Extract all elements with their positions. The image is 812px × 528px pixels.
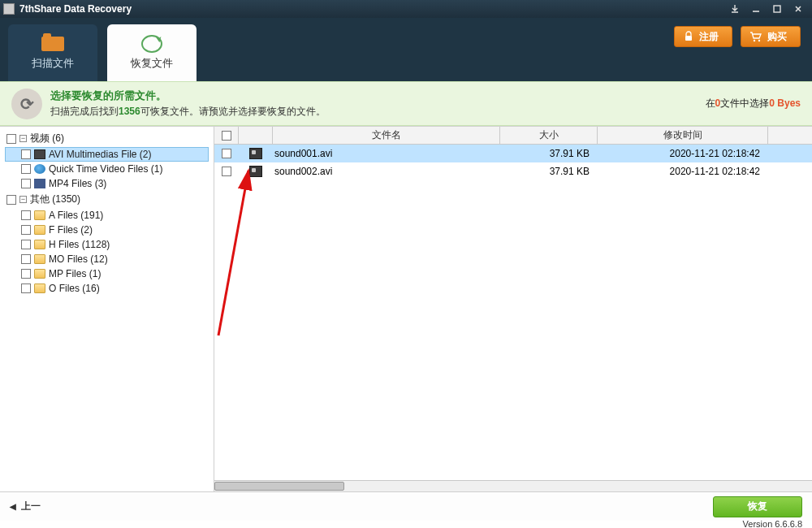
checkbox[interactable] [21,225,31,235]
checkbox[interactable] [222,167,231,176]
file-type-icon [34,164,45,174]
tree-group-other[interactable]: − 其他 (1350) [5,191,209,208]
video-file-icon [249,148,262,159]
version-label: Version 6.6.6.8 [0,519,812,526]
tree-label: 其他 (1350) [30,193,80,206]
folder-icon [34,225,45,235]
horizontal-scrollbar[interactable] [214,480,812,491]
tree-item[interactable]: MP Files (1) [5,266,209,281]
tree-item[interactable]: AVI Multimedias File (2) [5,147,209,162]
checkbox[interactable] [21,240,31,249]
file-row[interactable]: sound002.avi 37.91 KB 2020-11-21 02:18:4… [214,162,812,180]
app-icon [3,3,15,15]
recover-button[interactable]: 恢复 [713,496,802,517]
tab-recover-files[interactable]: 恢复文件 [107,24,197,81]
folder-icon [38,35,67,53]
tab-scan-files[interactable]: 扫描文件 [8,24,97,81]
buy-button[interactable]: 购买 [741,26,801,47]
tab-scan-label: 扫描文件 [32,56,74,71]
register-label: 注册 [699,30,719,44]
checkbox[interactable] [6,195,16,205]
folder-icon [34,240,45,249]
scan-complete-icon: ⟳ [11,89,42,119]
folder-icon [34,283,45,293]
file-list-panel: 文件名 大小 修改时间 sound001.avi 37.91 KB 2020-1… [214,127,812,491]
file-date: 2020-11-21 02:18:42 [598,148,768,159]
header-name[interactable]: 文件名 [273,127,500,144]
main-content: − 视频 (6) AVI Multimedias File (2) Quick … [0,126,812,491]
minimize-button[interactable] [745,2,767,16]
maximize-button[interactable] [767,2,788,16]
svg-rect-2 [685,36,692,41]
scrollbar-thumb[interactable] [214,482,344,491]
checkbox[interactable] [21,283,31,293]
tree-item[interactable]: H Files (1128) [5,237,209,252]
svg-rect-1 [774,6,780,12]
close-button[interactable] [788,2,809,16]
tree-item-label: Quick Time Video Files (1) [49,163,163,175]
found-count: 1356 [119,106,140,117]
banner-subtitle: 扫描完成后找到1356可恢复文件。请预览并选择要恢复的文件。 [50,105,698,119]
download-icon[interactable] [724,2,745,16]
checkbox[interactable] [21,164,31,174]
tree-item[interactable]: MO Files (12) [5,252,209,266]
window-buttons [724,2,809,16]
tree-label: 视频 (6) [30,132,64,145]
title-bar: 7thShare Data Recovery [0,0,812,18]
tree-item[interactable]: A Files (191) [5,208,209,223]
checkbox[interactable] [6,134,16,144]
header-date[interactable]: 修改时间 [598,127,768,144]
checkbox[interactable] [21,210,31,220]
tree-item[interactable]: MP4 Files (3) [5,176,209,191]
app-title: 7thShare Data Recovery [19,3,724,15]
svg-point-4 [758,40,760,41]
svg-point-3 [754,40,755,41]
folder-icon [34,269,45,279]
checkbox[interactable] [21,149,31,159]
checkbox[interactable] [21,254,31,264]
header-size[interactable]: 大小 [500,127,598,144]
file-list-body[interactable]: sound001.avi 37.91 KB 2020-11-21 02:18:4… [214,145,812,480]
file-type-icon [34,179,45,188]
cart-icon [749,31,762,42]
category-tree[interactable]: − 视频 (6) AVI Multimedias File (2) Quick … [0,127,214,491]
collapse-icon[interactable]: − [19,196,27,203]
back-button[interactable]: 上一 [10,500,41,513]
file-row[interactable]: sound001.avi 37.91 KB 2020-11-21 02:18:4… [214,145,812,162]
file-size: 37.91 KB [500,148,598,159]
tree-item-label: MP4 Files (3) [49,178,106,189]
file-date: 2020-11-21 02:18:42 [598,166,768,177]
buy-label: 购买 [767,30,787,44]
tree-item-label: MO Files (12) [49,253,108,265]
register-button[interactable]: 注册 [674,26,732,47]
checkbox[interactable] [21,269,31,279]
header-checkbox-col[interactable] [214,127,239,144]
folder-icon [34,210,45,220]
tree-item[interactable]: Quick Time Video Files (1) [5,162,209,176]
back-label: 上一 [21,500,41,513]
collapse-icon[interactable]: − [19,135,27,142]
recover-label: 恢复 [748,500,767,513]
tree-group-video[interactable]: − 视频 (6) [5,130,209,147]
banner-text: 选择要恢复的所需文件。 扫描完成后找到1356可恢复文件。请预览并选择要恢复的文… [50,89,698,119]
video-file-icon [249,166,262,177]
recover-icon [137,35,166,53]
tree-item-label: F Files (2) [49,224,93,236]
status-banner: ⟳ 选择要恢复的所需文件。 扫描完成后找到1356可恢复文件。请预览并选择要恢复… [0,81,812,126]
tab-recover-label: 恢复文件 [131,56,173,71]
tree-item-label: H Files (1128) [49,239,110,250]
file-size: 37.91 KB [500,166,598,177]
folder-icon [34,254,45,264]
tree-item-label: A Files (191) [49,210,103,221]
main-tabs: 扫描文件 恢复文件 [8,24,197,81]
selection-summary: 在0文件中选择0 Byes [706,97,801,110]
banner-title: 选择要恢复的所需文件。 [50,89,698,103]
tree-item[interactable]: F Files (2) [5,223,209,237]
tree-item[interactable]: O Files (16) [5,281,209,296]
tree-item-label: MP Files (1) [49,268,101,279]
checkbox[interactable] [21,179,31,188]
top-strip: 扫描文件 恢复文件 注册 购买 [0,18,812,81]
checkbox[interactable] [222,149,231,158]
lock-icon [683,31,694,42]
header-icon-col [239,127,273,144]
